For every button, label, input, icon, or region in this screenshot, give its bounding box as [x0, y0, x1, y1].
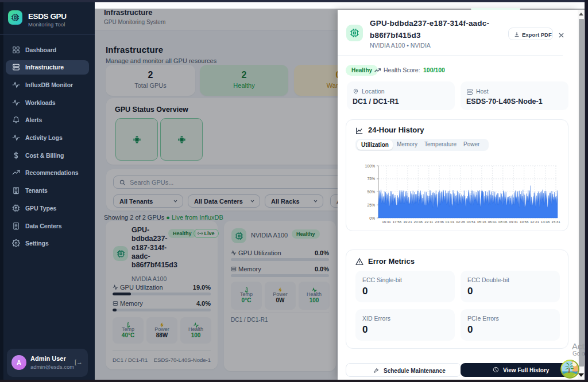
- svg-text:15:31: 15:31: [551, 220, 560, 224]
- svg-text:25%: 25%: [367, 203, 375, 207]
- svg-text:17:56: 17:56: [393, 220, 402, 224]
- svg-text:22:11: 22:11: [424, 220, 434, 224]
- svg-text:12:21: 12:21: [530, 220, 539, 224]
- svg-text:02:26: 02:26: [456, 220, 465, 224]
- svg-text:50%: 50%: [367, 190, 375, 194]
- svg-text:75%: 75%: [367, 177, 375, 181]
- svg-text:13:46: 13:46: [541, 220, 550, 224]
- svg-text:20:46: 20:46: [414, 220, 423, 224]
- svg-text:16:31: 16:31: [382, 220, 391, 224]
- svg-text:03:51: 03:51: [467, 220, 476, 224]
- svg-text:05:16: 05:16: [477, 220, 486, 224]
- svg-text:08:06: 08:06: [498, 220, 508, 224]
- svg-text:19:21: 19:21: [403, 220, 412, 224]
- svg-text:0%: 0%: [369, 216, 375, 220]
- svg-text:23:36: 23:36: [435, 220, 444, 224]
- svg-text:06:41: 06:41: [488, 220, 497, 224]
- svg-text:09:31: 09:31: [509, 220, 518, 224]
- svg-text:100%: 100%: [365, 164, 375, 168]
- svg-text:01:01: 01:01: [446, 220, 455, 224]
- svg-text:10:56: 10:56: [520, 220, 529, 224]
